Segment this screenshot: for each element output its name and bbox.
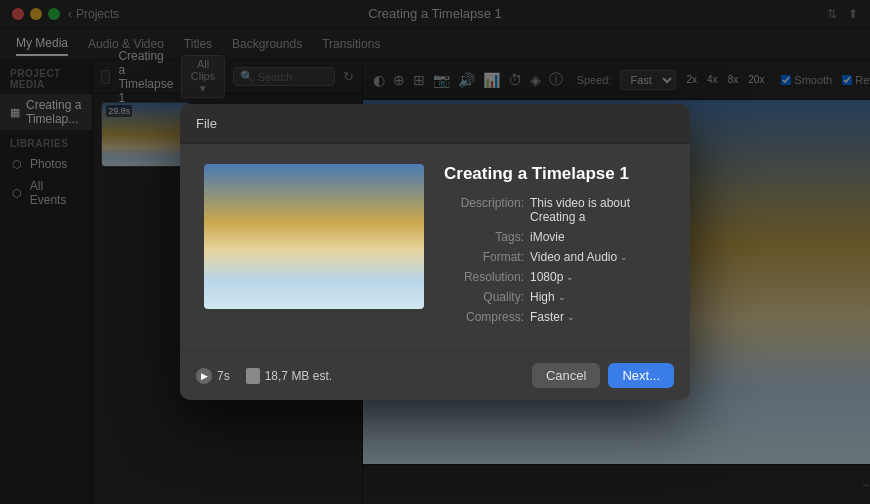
tags-label: Tags: (444, 230, 524, 244)
modal-size-info: ▶ 7s 18,7 MB est. (196, 368, 532, 384)
format-label: Format: (444, 250, 524, 264)
quality-value[interactable]: High ⌄ (530, 290, 566, 304)
quality-label: Quality: (444, 290, 524, 304)
resolution-dropdown-arrow: ⌄ (566, 272, 574, 282)
modal-overlay: File Creating a Timelapse 1 Description:… (0, 0, 870, 504)
format-value[interactable]: Video and Audio ⌄ (530, 250, 628, 264)
duration-value: 7s (217, 369, 230, 383)
modal-format-row: Format: Video and Audio ⌄ (444, 250, 666, 264)
quality-dropdown-arrow: ⌄ (558, 292, 566, 302)
duration-icon: ▶ (196, 368, 212, 384)
file-info-modal: File Creating a Timelapse 1 Description:… (180, 104, 690, 400)
modal-body: Creating a Timelapse 1 Description: This… (180, 144, 690, 350)
modal-bottom: ▶ 7s 18,7 MB est. Cancel Next... (180, 350, 690, 400)
modal-info: Creating a Timelapse 1 Description: This… (444, 164, 666, 330)
modal-compress-row: Compress: Faster ⌄ (444, 310, 666, 324)
format-dropdown-arrow: ⌄ (620, 252, 628, 262)
resolution-value[interactable]: 1080p ⌄ (530, 270, 574, 284)
modal-description-row: Description: This video is about Creatin… (444, 196, 666, 224)
filesize-value: 18,7 MB est. (265, 369, 332, 383)
tags-value: iMovie (530, 230, 565, 244)
compress-value[interactable]: Faster ⌄ (530, 310, 575, 324)
compress-dropdown-arrow: ⌄ (567, 312, 575, 322)
file-icon (246, 368, 260, 384)
modal-filesize: 18,7 MB est. (246, 368, 332, 384)
modal-buttons: Cancel Next... (532, 363, 674, 388)
resolution-label: Resolution: (444, 270, 524, 284)
modal-duration: ▶ 7s (196, 368, 230, 384)
compress-label: Compress: (444, 310, 524, 324)
modal-resolution-row: Resolution: 1080p ⌄ (444, 270, 666, 284)
cancel-button[interactable]: Cancel (532, 363, 600, 388)
description-value: This video is about Creating a (530, 196, 666, 224)
modal-header: File (180, 104, 690, 144)
modal-quality-row: Quality: High ⌄ (444, 290, 666, 304)
description-label: Description: (444, 196, 524, 224)
modal-preview-image (204, 164, 424, 309)
modal-title: Creating a Timelapse 1 (444, 164, 666, 184)
modal-tags-row: Tags: iMovie (444, 230, 666, 244)
next-button[interactable]: Next... (608, 363, 674, 388)
